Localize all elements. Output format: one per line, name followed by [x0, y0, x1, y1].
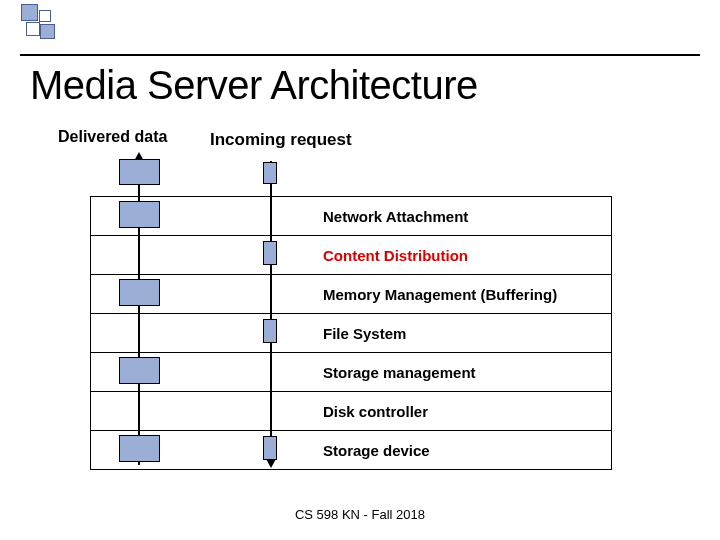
layer-memory-management: Memory Management (Buffering)	[90, 275, 612, 314]
layer-file-system: File System	[90, 314, 612, 353]
node-right-layer4	[263, 319, 277, 343]
slide-title: Media Server Architecture	[30, 63, 478, 108]
layer-label: Network Attachment	[323, 208, 468, 225]
flow-incoming-arrowhead-icon	[266, 459, 276, 468]
node-delivered-top	[119, 159, 160, 185]
layer-label: Content Distribution	[323, 247, 468, 264]
layer-disk-controller: Disk controller	[90, 392, 612, 431]
node-right-layer2	[263, 241, 277, 265]
layer-label: Storage device	[323, 442, 430, 459]
layer-label: Memory Management (Buffering)	[323, 286, 557, 303]
layer-storage-device: Storage device	[90, 431, 612, 470]
layer-content-distribution: Content Distribution	[90, 236, 612, 275]
node-left-layer1	[119, 201, 160, 228]
node-right-layer7	[263, 436, 277, 460]
layer-label: Storage management	[323, 364, 476, 381]
slide-footer: CS 598 KN - Fall 2018	[0, 507, 720, 522]
title-rule	[20, 54, 700, 56]
node-left-layer5	[119, 357, 160, 384]
flow-incoming-line	[270, 161, 272, 459]
node-left-layer3	[119, 279, 160, 306]
label-delivered-data: Delivered data	[58, 128, 167, 146]
layer-storage-management: Storage management	[90, 353, 612, 392]
layer-stack: Network Attachment Content Distribution …	[90, 196, 612, 470]
layer-label: Disk controller	[323, 403, 428, 420]
node-incoming-top	[263, 162, 277, 184]
node-left-layer7	[119, 435, 160, 462]
layer-label: File System	[323, 325, 406, 342]
layer-network-attachment: Network Attachment	[90, 197, 612, 236]
label-incoming-request: Incoming request	[210, 130, 352, 150]
